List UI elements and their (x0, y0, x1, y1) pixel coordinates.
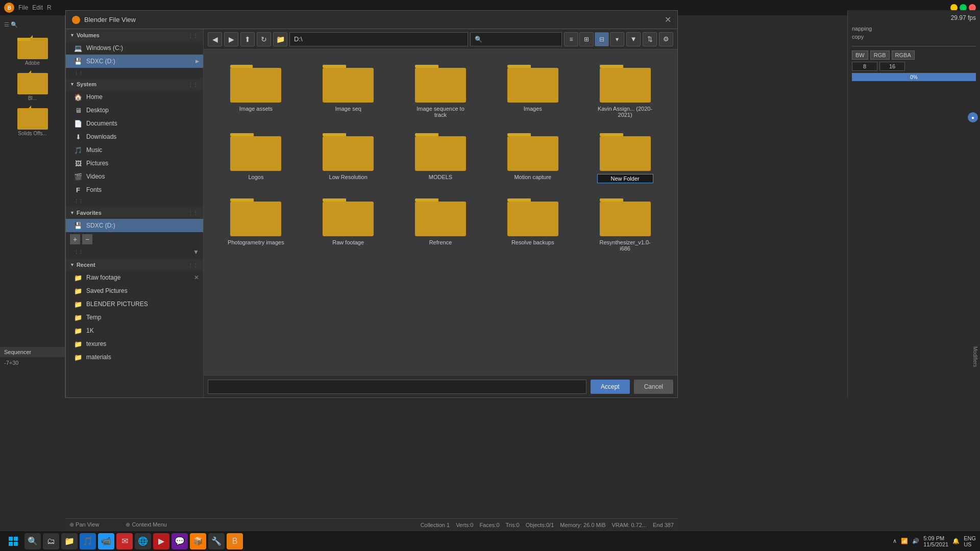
volumes-header[interactable]: ▼ Volumes ⋮⋮ (66, 29, 203, 41)
left-folder-bl[interactable]: Bl... (4, 69, 61, 102)
favorites-add-button[interactable]: + (70, 234, 80, 244)
taskbar-right: ∧ 📶 🔊 5:09 PM 11/5/2021 🔔 ENG US (893, 535, 976, 547)
svg-marker-2 (17, 35, 33, 38)
folder-models[interactable]: MODELS (397, 126, 485, 187)
favorites-header[interactable]: ▼ Favorites ⋮⋮ (66, 207, 203, 219)
taskbar-chevron-up-icon[interactable]: ∧ (893, 538, 897, 544)
home-label: Home (86, 93, 103, 101)
folder-kavin-assign[interactable]: Kavin Assign... (2020-2021) (581, 58, 669, 122)
search-input[interactable] (470, 32, 562, 46)
file-dialog-close-button[interactable]: ✕ (665, 15, 671, 24)
sidebar-item-downloads[interactable]: ⬇ Downloads (66, 130, 203, 143)
refresh-button[interactable]: ↻ (257, 32, 271, 46)
status-context-menu[interactable]: ⊕ Context Menu (126, 521, 167, 528)
search-taskbar-button[interactable]: 🔍 (24, 533, 41, 549)
settings-button[interactable]: ⚙ (659, 32, 673, 46)
sidebar-fav-sdxc[interactable]: 💾 SDXC (D:) (66, 219, 203, 232)
recent-item-raw-footage[interactable]: 📁 Raw footage ✕ (66, 271, 203, 284)
sidebar-item-home[interactable]: 🏠 Home (66, 90, 203, 104)
folder-new-folder[interactable] (581, 126, 669, 187)
sidebar-item-pictures[interactable]: 🖼 Pictures (66, 157, 203, 170)
view-grid-button[interactable]: ⊟ (595, 32, 609, 46)
channel-input-1[interactable] (852, 62, 877, 71)
view-icon-button[interactable]: ⊞ (579, 32, 594, 46)
taskbar-icon-10[interactable]: 📦 (190, 533, 206, 549)
svg-rect-5 (17, 108, 48, 130)
taskbar-icon-9[interactable]: 💬 (172, 533, 188, 549)
recent-header[interactable]: ▼ Recent ⋮⋮ (66, 259, 203, 271)
folder-images[interactable]: Images (488, 58, 577, 122)
rgb-button[interactable]: RGB (870, 51, 890, 60)
folder-refrence[interactable]: Refrence (397, 191, 485, 256)
taskbar-icon-7[interactable]: 🌐 (135, 533, 151, 549)
new-folder-button[interactable]: 📁 (273, 32, 287, 46)
accept-button[interactable]: Accept (591, 380, 630, 394)
cancel-button[interactable]: Cancel (634, 380, 673, 394)
bw-button[interactable]: BW (852, 51, 868, 60)
rgba-button[interactable]: RGBA (892, 51, 915, 60)
view-list-button[interactable]: ≡ (564, 32, 578, 46)
taskbar-icon-8[interactable]: ▶ (153, 533, 169, 549)
filter-button[interactable]: ▼ (626, 32, 641, 46)
path-bar[interactable] (289, 32, 468, 46)
forward-button[interactable]: ▶ (224, 32, 238, 46)
view-expand-button[interactable]: ▾ (610, 32, 624, 46)
left-folder-adobe[interactable]: Adobe (4, 34, 61, 67)
modifier-icon-1[interactable]: ● (968, 112, 978, 122)
menu-file[interactable]: File (18, 4, 28, 11)
folder-low-resolution[interactable]: Low Resolution (304, 126, 393, 187)
desktop-icon: 🖥 (74, 106, 82, 114)
status-end: End 387 (653, 522, 674, 528)
fav-down-arrow[interactable]: ▼ (193, 248, 199, 256)
status-pan-view[interactable]: ⊕ Pan View (69, 521, 99, 528)
folder-resynthesizer[interactable]: Resynthesizer_v1.0-i686 (581, 191, 669, 256)
recent-item-temp[interactable]: 📁 Temp (66, 311, 203, 324)
back-button[interactable]: ◀ (208, 32, 222, 46)
favorites-remove-button[interactable]: − (82, 234, 92, 244)
folder-resolve-backups[interactable]: Resolve backups (488, 191, 577, 256)
sidebar-item-music[interactable]: 🎵 Music (66, 143, 203, 157)
taskbar-notification-icon[interactable]: 🔔 (952, 538, 960, 544)
folder-logos[interactable]: Logos (212, 126, 300, 187)
recent-item-texures[interactable]: 📁 texures (66, 337, 203, 350)
folder-motion-capture[interactable]: Motion capture (488, 126, 577, 187)
taskbar-volume-icon[interactable]: 🔊 (912, 538, 919, 544)
taskbar-icon-6[interactable]: ✉ (116, 533, 133, 549)
menu-r[interactable]: R (47, 4, 52, 11)
sidebar-item-desktop[interactable]: 🖥 Desktop (66, 104, 203, 117)
left-folder-solids[interactable]: Solids Offs... (4, 104, 61, 137)
sidebar-item-fonts[interactable]: F Fonts (66, 183, 203, 196)
taskbar-icon-5[interactable]: 📹 (98, 533, 114, 549)
up-button[interactable]: ⬆ (240, 32, 255, 46)
recent-item-blender-pictures[interactable]: 📁 BLENDER PICTURES (66, 297, 203, 311)
recent-item-materials[interactable]: 📁 materials (66, 350, 203, 364)
system-header[interactable]: ▼ System ⋮⋮ (66, 78, 203, 90)
folder-image-seq[interactable]: Image seq (304, 58, 393, 122)
sidebar-item-documents[interactable]: 📄 Documents (66, 117, 203, 130)
folder-label-resolve-backups: Resolve backups (511, 239, 554, 245)
start-button[interactable] (4, 532, 22, 550)
sdxc-icon: 💾 (74, 57, 82, 65)
menu-edit[interactable]: Edit (32, 4, 43, 11)
recent-item-saved-pictures[interactable]: 📁 Saved Pictures (66, 284, 203, 297)
taskbar-icon-11[interactable]: 🔧 (208, 533, 225, 549)
blender-taskbar-button[interactable]: B (227, 533, 243, 549)
file-explorer-button[interactable]: 📁 (61, 533, 78, 549)
taskbar-icon-4[interactable]: 🎵 (80, 533, 96, 549)
folder-image-sequence-track[interactable]: Image sequence to track (397, 58, 485, 122)
channel-input-2[interactable] (879, 62, 905, 71)
sidebar-item-videos[interactable]: 🎬 Videos (66, 170, 203, 183)
folder-photogrametry[interactable]: Photogrametry images (212, 191, 300, 256)
svg-marker-6 (17, 106, 31, 108)
sidebar-item-windows-c[interactable]: 💻 Windows (C:) (66, 41, 203, 55)
sidebar-item-sdxc-d[interactable]: 💾 SDXC (D:) ▶ (66, 55, 203, 68)
task-view-button[interactable]: 🗂 (43, 533, 59, 549)
folder-raw-footage[interactable]: Raw footage (304, 191, 393, 256)
recent-item-1k[interactable]: 📁 1K (66, 324, 203, 337)
folder-image-assets[interactable]: Image assets (212, 58, 300, 122)
sort-button[interactable]: ⇅ (643, 32, 657, 46)
recent-close-0[interactable]: ✕ (194, 274, 199, 281)
recent-materials-label: materials (86, 354, 111, 361)
new-folder-input[interactable] (597, 174, 653, 183)
filename-input[interactable] (208, 380, 586, 394)
